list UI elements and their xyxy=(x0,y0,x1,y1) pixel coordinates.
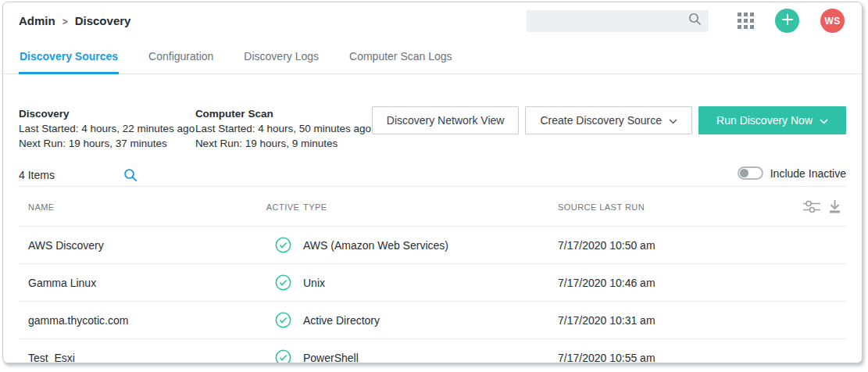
run-discovery-now-label: Run Discovery Now xyxy=(716,114,813,127)
discovery-network-view-label: Discovery Network View xyxy=(387,114,505,127)
items-count: 4 Items xyxy=(19,169,55,181)
source-type: Active Directory xyxy=(303,302,550,339)
computer-scan-summary: Computer Scan Last Started: 4 hours, 50 … xyxy=(195,106,372,151)
column-header-active[interactable]: ACTIVE xyxy=(263,187,303,227)
include-inactive-toggle[interactable] xyxy=(738,166,763,180)
active-cell xyxy=(263,264,303,302)
discovery-summary: Discovery Last Started: 4 hours, 22 minu… xyxy=(19,106,195,151)
app-grid-icon[interactable] xyxy=(738,13,754,29)
avatar[interactable]: WS xyxy=(820,9,845,33)
source-last-run: 7/17/2020 10:31 am xyxy=(550,302,796,339)
source-name[interactable]: Gamma Linux xyxy=(19,264,263,302)
breadcrumb-admin[interactable]: Admin xyxy=(19,14,55,27)
content: Discovery Last Started: 4 hours, 22 minu… xyxy=(3,106,862,363)
computer-scan-summary-title: Computer Scan xyxy=(195,106,372,121)
add-button[interactable] xyxy=(775,9,799,33)
breadcrumb-discovery: Discovery xyxy=(75,14,131,27)
summary-row: Discovery Last Started: 4 hours, 22 minu… xyxy=(19,106,846,151)
toggle-knob xyxy=(740,169,748,177)
source-name[interactable]: AWS Discovery xyxy=(19,227,263,264)
active-check-icon xyxy=(275,238,291,250)
avatar-initials: WS xyxy=(825,16,841,27)
app-window: Admin > Discovery xyxy=(2,2,863,363)
chevron-down-icon xyxy=(669,114,677,127)
chevron-down-icon xyxy=(820,114,828,127)
row-actions xyxy=(796,339,846,364)
create-discovery-source-button[interactable]: Create Discovery Source xyxy=(525,106,692,134)
column-header-name[interactable]: NAME xyxy=(19,187,263,227)
active-check-icon xyxy=(275,313,291,325)
table-row[interactable]: AWS Discovery AWS (Amazon Web Services) … xyxy=(19,227,846,264)
action-buttons: Discovery Network View Create Discovery … xyxy=(372,106,846,134)
active-cell xyxy=(263,302,303,339)
discovery-sources-table: NAME ACTIVE TYPE SOURCE LAST RUN xyxy=(19,187,846,363)
computer-scan-next-run: Next Run: 19 hours, 9 minutes xyxy=(195,136,372,151)
global-search-input[interactable] xyxy=(534,15,688,27)
search-icon xyxy=(688,13,702,29)
column-settings-icon[interactable] xyxy=(803,200,820,215)
source-last-run: 7/17/2020 10:50 am xyxy=(550,227,796,264)
export-download-icon[interactable] xyxy=(828,199,841,215)
column-header-source-last-run[interactable]: SOURCE LAST RUN xyxy=(550,187,796,227)
include-inactive-label: Include Inactive xyxy=(770,167,846,180)
table-row[interactable]: Test_Esxi PowerShell 7/17/2020 10:55 am xyxy=(19,339,846,364)
create-discovery-source-label: Create Discovery Source xyxy=(540,114,662,127)
discovery-summary-title: Discovery xyxy=(19,106,195,121)
discovery-next-run: Next Run: 19 hours, 37 minutes xyxy=(19,136,195,151)
list-toolbar: 4 Items Include Inactive xyxy=(19,163,846,187)
plus-icon xyxy=(782,14,793,27)
active-check-icon xyxy=(275,275,291,288)
source-last-run: 7/17/2020 10:46 am xyxy=(550,264,796,302)
discovery-last-started: Last Started: 4 hours, 22 minutes ago xyxy=(19,121,195,136)
row-actions xyxy=(796,264,846,302)
global-search[interactable] xyxy=(527,10,709,32)
computer-scan-last-started: Last Started: 4 hours, 50 minutes ago xyxy=(195,121,372,136)
source-name[interactable]: Test_Esxi xyxy=(19,339,263,364)
column-header-type[interactable]: TYPE xyxy=(303,187,550,227)
source-name[interactable]: gamma.thycotic.com xyxy=(19,302,263,339)
topbar-right: WS xyxy=(527,9,845,33)
discovery-network-view-button[interactable]: Discovery Network View xyxy=(372,106,520,134)
screen: Admin > Discovery xyxy=(0,0,868,372)
run-discovery-now-button[interactable]: Run Discovery Now xyxy=(698,106,846,134)
table-header-row: NAME ACTIVE TYPE SOURCE LAST RUN xyxy=(19,187,846,227)
table-row[interactable]: gamma.thycotic.com Active Directory 7/17… xyxy=(19,302,846,339)
chevron-right-icon: > xyxy=(63,16,68,27)
include-inactive-toggle-wrap[interactable]: Include Inactive xyxy=(738,166,846,183)
active-cell xyxy=(263,339,303,364)
breadcrumb: Admin > Discovery xyxy=(19,14,130,27)
tab-computer-scan-logs[interactable]: Computer Scan Logs xyxy=(348,50,453,73)
tab-bar: Discovery Sources Configuration Discover… xyxy=(3,39,862,74)
source-type: Unix xyxy=(303,264,550,302)
active-cell xyxy=(263,227,303,264)
table-row[interactable]: Gamma Linux Unix 7/17/2020 10:46 am xyxy=(19,264,846,302)
tab-discovery-sources[interactable]: Discovery Sources xyxy=(19,50,119,73)
top-bar: Admin > Discovery xyxy=(3,2,862,39)
source-type: PowerShell xyxy=(303,339,550,364)
table-search-icon[interactable] xyxy=(123,168,138,182)
active-check-icon xyxy=(275,350,291,363)
row-actions xyxy=(796,302,846,339)
source-last-run: 7/17/2020 10:55 am xyxy=(550,339,796,364)
table-header-icons xyxy=(796,187,846,227)
tab-discovery-logs[interactable]: Discovery Logs xyxy=(243,50,320,73)
source-type: AWS (Amazon Web Services) xyxy=(303,227,550,264)
row-actions xyxy=(796,227,846,264)
tab-configuration[interactable]: Configuration xyxy=(148,50,214,73)
